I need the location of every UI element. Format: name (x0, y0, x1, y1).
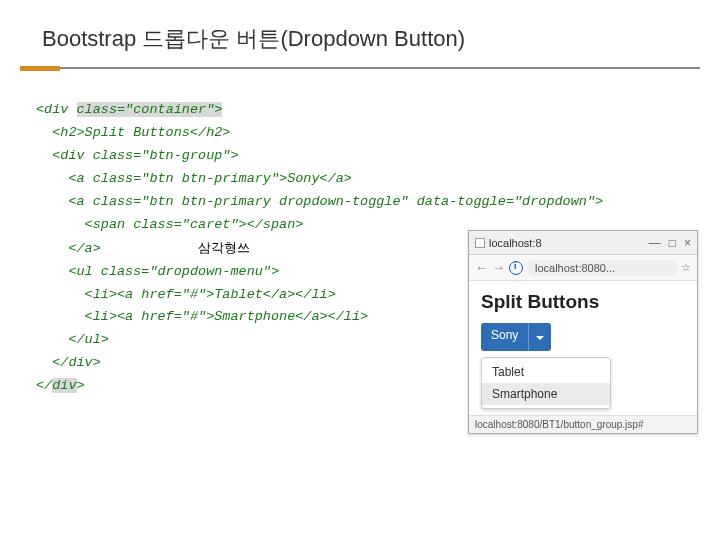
browser-tab[interactable]: localhost:8 (475, 237, 542, 249)
split-button-caret[interactable] (528, 323, 551, 351)
code-line: <div class="container"> (36, 99, 684, 122)
title-underline (20, 66, 700, 71)
split-button-main[interactable]: Sony (481, 323, 528, 351)
code-text: <div (36, 102, 77, 117)
browser-addressbar: ← → localhost:8080... ☆ (469, 255, 697, 281)
code-highlight: div (52, 378, 76, 393)
page-heading: Split Buttons (481, 291, 685, 313)
dropdown-menu: Tablet Smartphone (481, 357, 611, 409)
slide-title: Bootstrap 드롭다운 버튼(Dropdown Button) (0, 0, 720, 66)
accent-bar (20, 66, 60, 71)
browser-statusbar: localhost:8080/BT1/button_group.jsp# (469, 415, 697, 433)
split-button: Sony (481, 323, 551, 351)
code-line: <h2>Split Buttons</h2> (36, 122, 684, 145)
back-icon[interactable]: ← (475, 260, 488, 275)
code-text: </ (36, 378, 52, 393)
browser-preview: localhost:8 — □ × ← → localhost:8080... … (468, 230, 698, 434)
code-text: </a> (36, 241, 101, 256)
tab-label: localhost:8 (489, 237, 542, 249)
window-controls: — □ × (649, 236, 691, 250)
code-line: <div class="btn-group"> (36, 145, 684, 168)
forward-icon[interactable]: → (492, 260, 505, 275)
code-line: <a class="btn btn-primary">Sony</a> (36, 168, 684, 191)
divider-bar (60, 67, 700, 69)
site-info-icon[interactable] (509, 261, 523, 275)
dropdown-item-tablet[interactable]: Tablet (482, 361, 610, 383)
browser-body: Split Buttons Sony Tablet Smartphone (469, 281, 697, 415)
page-icon (475, 238, 485, 248)
minimize-icon[interactable]: — (649, 236, 661, 250)
address-text[interactable]: localhost:8080... (527, 260, 677, 276)
browser-titlebar: localhost:8 — □ × (469, 231, 697, 255)
code-highlight: class="container"> (77, 102, 223, 117)
code-annotation: 삼각형쓰 (198, 240, 250, 255)
code-line: <a class="btn btn-primary dropdown-toggl… (36, 191, 684, 214)
code-text: > (77, 378, 85, 393)
close-icon[interactable]: × (684, 236, 691, 250)
dropdown-item-smartphone[interactable]: Smartphone (482, 383, 610, 405)
bookmark-icon[interactable]: ☆ (681, 261, 691, 274)
maximize-icon[interactable]: □ (669, 236, 676, 250)
